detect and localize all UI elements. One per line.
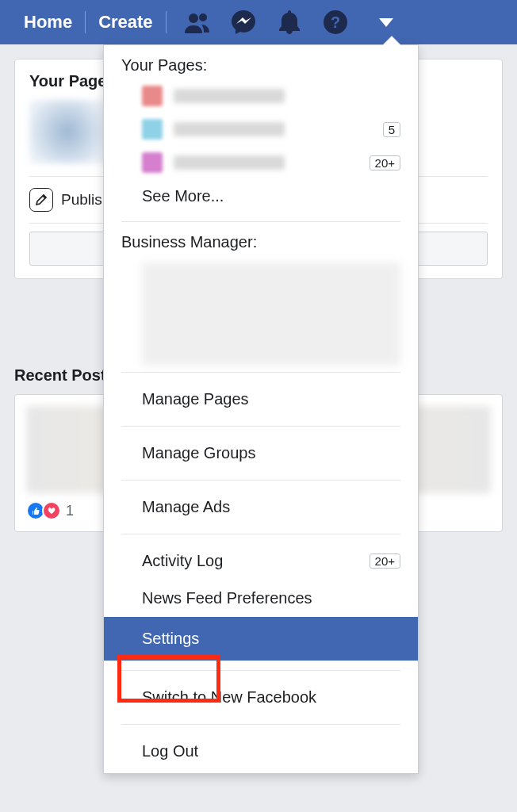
settings-item[interactable]: Settings <box>104 617 418 661</box>
page-thumb-icon <box>142 119 163 140</box>
divider <box>166 11 167 33</box>
separator <box>121 221 400 222</box>
love-reaction-icon <box>42 501 61 520</box>
business-manager-blurred <box>142 262 400 366</box>
page-thumb-icon <box>142 152 163 173</box>
page-row[interactable]: 20+ <box>104 146 418 179</box>
friends-icon[interactable] <box>184 9 211 36</box>
notifications-icon[interactable] <box>276 9 303 36</box>
manage-ads-item[interactable]: Manage Ads <box>104 485 418 529</box>
notification-badge: 20+ <box>370 553 400 569</box>
separator <box>121 480 400 481</box>
activity-log-label: Activity Log <box>142 552 223 570</box>
help-icon[interactable]: ? <box>322 9 349 36</box>
switch-to-new-facebook-item[interactable]: Switch to New Facebook <box>104 676 418 719</box>
account-menu-caret-icon[interactable] <box>379 18 393 27</box>
page-thumb-icon <box>142 86 163 106</box>
separator <box>121 426 400 427</box>
page-row[interactable]: 5 <box>104 113 418 146</box>
svg-text:?: ? <box>331 13 340 31</box>
create-link[interactable]: Create <box>86 12 165 33</box>
page-row[interactable] <box>104 79 418 113</box>
page-name-blurred <box>174 89 285 103</box>
svg-point-1 <box>199 13 207 21</box>
top-navigation-bar: Home Create ? <box>0 0 517 44</box>
notification-badge: 5 <box>383 122 400 137</box>
pencil-icon <box>29 188 53 212</box>
log-out-item[interactable]: Log Out <box>104 730 418 773</box>
business-manager-heading: Business Manager: <box>104 227 418 256</box>
your-pages-heading: Your Pages: <box>104 45 418 79</box>
separator <box>121 534 400 534</box>
separator <box>121 372 400 373</box>
page-name-blurred <box>174 122 285 136</box>
manage-groups-item[interactable]: Manage Groups <box>104 431 418 475</box>
page-name-blurred <box>174 155 285 170</box>
home-link[interactable]: Home <box>11 12 85 33</box>
separator <box>121 670 400 671</box>
messenger-icon[interactable] <box>230 9 257 36</box>
manage-pages-item[interactable]: Manage Pages <box>104 377 418 421</box>
svg-point-0 <box>189 13 198 23</box>
topbar-icons: ? <box>184 9 393 36</box>
separator <box>121 724 400 725</box>
activity-log-item[interactable]: Activity Log 20+ <box>104 539 418 583</box>
reaction-count: 1 <box>66 503 74 519</box>
notification-badge: 20+ <box>370 155 400 170</box>
see-more-link[interactable]: See More... <box>104 179 418 216</box>
news-feed-preferences-item[interactable]: News Feed Preferences <box>104 583 418 617</box>
account-dropdown-menu: Your Pages: 5 20+ See More... Business M… <box>103 44 419 774</box>
